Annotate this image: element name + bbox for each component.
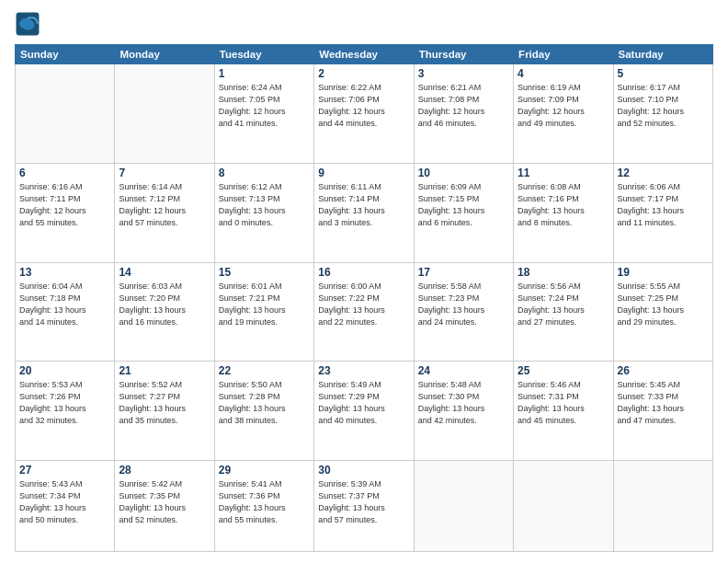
- calendar-cell: 19Sunrise: 5:55 AM Sunset: 7:25 PM Dayli…: [613, 262, 712, 362]
- day-number: 15: [219, 266, 310, 279]
- header: [15, 11, 713, 37]
- day-number: 23: [318, 364, 409, 377]
- day-number: 14: [119, 266, 210, 279]
- weekday-header-monday: Monday: [115, 45, 214, 64]
- day-info: Sunrise: 5:45 AM Sunset: 7:33 PM Dayligh…: [618, 379, 709, 427]
- day-number: 20: [19, 364, 110, 377]
- calendar-header-row: SundayMondayTuesdayWednesdayThursdayFrid…: [16, 45, 713, 64]
- day-number: 25: [518, 364, 609, 377]
- day-info: Sunrise: 5:43 AM Sunset: 7:34 PM Dayligh…: [19, 478, 110, 526]
- day-info: Sunrise: 6:03 AM Sunset: 7:20 PM Dayligh…: [119, 281, 210, 328]
- day-number: 5: [618, 67, 709, 80]
- day-number: 18: [518, 266, 609, 279]
- day-number: 9: [318, 167, 409, 179]
- day-number: 11: [518, 167, 609, 179]
- calendar-cell: 11Sunrise: 6:08 AM Sunset: 7:16 PM Dayli…: [514, 163, 613, 262]
- calendar-cell: 10Sunrise: 6:09 AM Sunset: 7:15 PM Dayli…: [414, 163, 513, 262]
- day-number: 29: [219, 464, 310, 477]
- calendar-cell: 24Sunrise: 5:48 AM Sunset: 7:30 PM Dayli…: [414, 362, 513, 461]
- calendar-week-row: 1Sunrise: 6:24 AM Sunset: 7:05 PM Daylig…: [16, 64, 713, 164]
- calendar-cell: 6Sunrise: 6:16 AM Sunset: 7:11 PM Daylig…: [16, 163, 115, 262]
- calendar-cell: [514, 461, 613, 552]
- day-number: 3: [418, 67, 509, 80]
- day-info: Sunrise: 5:56 AM Sunset: 7:24 PM Dayligh…: [518, 281, 609, 328]
- day-number: 12: [618, 167, 709, 179]
- calendar-cell: [414, 461, 513, 552]
- calendar-cell: 3Sunrise: 6:21 AM Sunset: 7:08 PM Daylig…: [414, 64, 513, 164]
- day-info: Sunrise: 6:09 AM Sunset: 7:15 PM Dayligh…: [418, 181, 509, 229]
- day-number: 6: [19, 167, 110, 179]
- logo: [15, 11, 44, 37]
- day-info: Sunrise: 6:14 AM Sunset: 7:12 PM Dayligh…: [119, 181, 210, 229]
- calendar-cell: [613, 461, 712, 552]
- day-info: Sunrise: 5:41 AM Sunset: 7:36 PM Dayligh…: [219, 478, 310, 526]
- day-info: Sunrise: 5:42 AM Sunset: 7:35 PM Dayligh…: [119, 478, 210, 526]
- calendar-table: SundayMondayTuesdayWednesdayThursdayFrid…: [15, 44, 713, 552]
- calendar-cell: 21Sunrise: 5:52 AM Sunset: 7:27 PM Dayli…: [115, 362, 214, 461]
- day-number: 7: [119, 167, 210, 179]
- weekday-header-sunday: Sunday: [16, 45, 115, 64]
- calendar-cell: 8Sunrise: 6:12 AM Sunset: 7:13 PM Daylig…: [214, 163, 313, 262]
- day-info: Sunrise: 6:17 AM Sunset: 7:10 PM Dayligh…: [618, 82, 709, 130]
- day-number: 26: [618, 364, 709, 377]
- calendar-cell: 30Sunrise: 5:39 AM Sunset: 7:37 PM Dayli…: [314, 461, 414, 552]
- weekday-header-saturday: Saturday: [613, 45, 712, 64]
- day-number: 8: [219, 167, 310, 179]
- logo-icon: [15, 11, 40, 37]
- page: SundayMondayTuesdayWednesdayThursdayFrid…: [0, 0, 728, 563]
- weekday-header-tuesday: Tuesday: [214, 45, 313, 64]
- weekday-header-friday: Friday: [514, 45, 613, 64]
- day-info: Sunrise: 5:46 AM Sunset: 7:31 PM Dayligh…: [518, 379, 609, 427]
- day-info: Sunrise: 6:11 AM Sunset: 7:14 PM Dayligh…: [318, 181, 409, 229]
- day-number: 27: [19, 464, 110, 477]
- day-number: 30: [318, 464, 409, 477]
- day-info: Sunrise: 6:04 AM Sunset: 7:18 PM Dayligh…: [19, 281, 110, 328]
- day-number: 17: [418, 266, 509, 279]
- calendar-week-row: 27Sunrise: 5:43 AM Sunset: 7:34 PM Dayli…: [16, 461, 713, 552]
- day-info: Sunrise: 5:39 AM Sunset: 7:37 PM Dayligh…: [318, 478, 409, 526]
- day-info: Sunrise: 5:53 AM Sunset: 7:26 PM Dayligh…: [19, 379, 110, 427]
- day-number: 13: [19, 266, 110, 279]
- day-number: 4: [518, 67, 609, 80]
- day-info: Sunrise: 6:01 AM Sunset: 7:21 PM Dayligh…: [219, 281, 310, 328]
- calendar-cell: 14Sunrise: 6:03 AM Sunset: 7:20 PM Dayli…: [115, 262, 214, 362]
- calendar-cell: 20Sunrise: 5:53 AM Sunset: 7:26 PM Dayli…: [16, 362, 115, 461]
- calendar-cell: 16Sunrise: 6:00 AM Sunset: 7:22 PM Dayli…: [314, 262, 414, 362]
- calendar-cell: 26Sunrise: 5:45 AM Sunset: 7:33 PM Dayli…: [613, 362, 712, 461]
- day-number: 2: [318, 67, 409, 80]
- day-number: 21: [119, 364, 210, 377]
- day-number: 16: [318, 266, 409, 279]
- calendar-cell: 28Sunrise: 5:42 AM Sunset: 7:35 PM Dayli…: [115, 461, 214, 552]
- calendar-week-row: 13Sunrise: 6:04 AM Sunset: 7:18 PM Dayli…: [16, 262, 713, 362]
- day-info: Sunrise: 5:58 AM Sunset: 7:23 PM Dayligh…: [418, 281, 509, 328]
- calendar-cell: 27Sunrise: 5:43 AM Sunset: 7:34 PM Dayli…: [16, 461, 115, 552]
- day-number: 22: [219, 364, 310, 377]
- day-info: Sunrise: 5:50 AM Sunset: 7:28 PM Dayligh…: [219, 379, 310, 427]
- day-number: 10: [418, 167, 509, 179]
- calendar-cell: 15Sunrise: 6:01 AM Sunset: 7:21 PM Dayli…: [214, 262, 313, 362]
- calendar-cell: 23Sunrise: 5:49 AM Sunset: 7:29 PM Dayli…: [314, 362, 414, 461]
- calendar-cell: [115, 64, 214, 164]
- calendar-week-row: 6Sunrise: 6:16 AM Sunset: 7:11 PM Daylig…: [16, 163, 713, 262]
- day-info: Sunrise: 6:06 AM Sunset: 7:17 PM Dayligh…: [618, 181, 709, 229]
- calendar-cell: 22Sunrise: 5:50 AM Sunset: 7:28 PM Dayli…: [214, 362, 313, 461]
- day-info: Sunrise: 5:48 AM Sunset: 7:30 PM Dayligh…: [418, 379, 509, 427]
- day-info: Sunrise: 6:16 AM Sunset: 7:11 PM Dayligh…: [19, 181, 110, 229]
- day-info: Sunrise: 6:24 AM Sunset: 7:05 PM Dayligh…: [219, 82, 310, 130]
- weekday-header-wednesday: Wednesday: [314, 45, 414, 64]
- day-number: 19: [618, 266, 709, 279]
- weekday-header-thursday: Thursday: [414, 45, 513, 64]
- calendar-cell: 25Sunrise: 5:46 AM Sunset: 7:31 PM Dayli…: [514, 362, 613, 461]
- calendar-cell: 12Sunrise: 6:06 AM Sunset: 7:17 PM Dayli…: [613, 163, 712, 262]
- day-number: 24: [418, 364, 509, 377]
- day-info: Sunrise: 6:19 AM Sunset: 7:09 PM Dayligh…: [518, 82, 609, 130]
- calendar-cell: 5Sunrise: 6:17 AM Sunset: 7:10 PM Daylig…: [613, 64, 712, 164]
- calendar-cell: 13Sunrise: 6:04 AM Sunset: 7:18 PM Dayli…: [16, 262, 115, 362]
- day-info: Sunrise: 6:22 AM Sunset: 7:06 PM Dayligh…: [318, 82, 409, 130]
- day-info: Sunrise: 6:12 AM Sunset: 7:13 PM Dayligh…: [219, 181, 310, 229]
- calendar-cell: 1Sunrise: 6:24 AM Sunset: 7:05 PM Daylig…: [214, 64, 313, 164]
- calendar-cell: 7Sunrise: 6:14 AM Sunset: 7:12 PM Daylig…: [115, 163, 214, 262]
- day-number: 1: [219, 67, 310, 80]
- day-info: Sunrise: 6:00 AM Sunset: 7:22 PM Dayligh…: [318, 281, 409, 328]
- calendar-cell: 2Sunrise: 6:22 AM Sunset: 7:06 PM Daylig…: [314, 64, 414, 164]
